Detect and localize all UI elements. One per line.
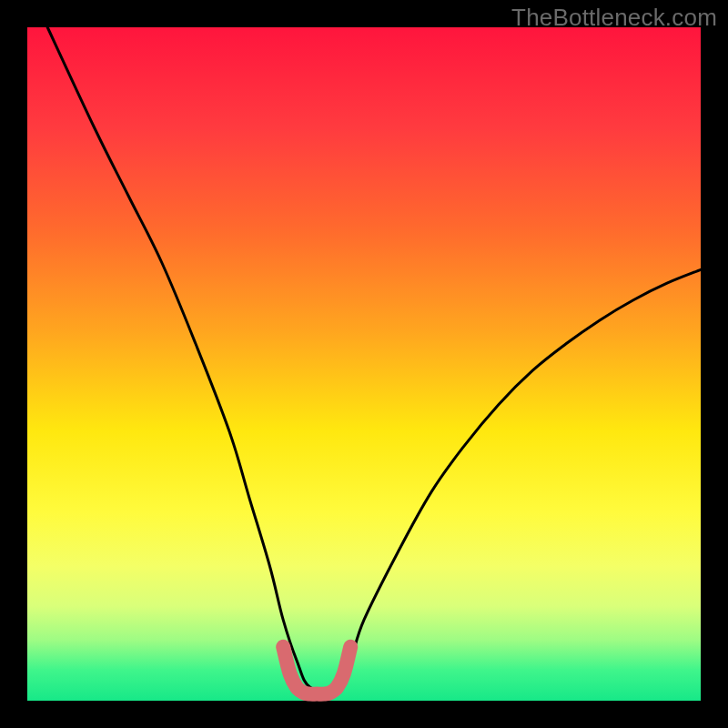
watermark-text: TheBottleneck.com [511, 4, 717, 32]
bottleneck-chart [0, 0, 728, 728]
plot-background [27, 27, 701, 701]
chart-frame: TheBottleneck.com [0, 0, 728, 728]
